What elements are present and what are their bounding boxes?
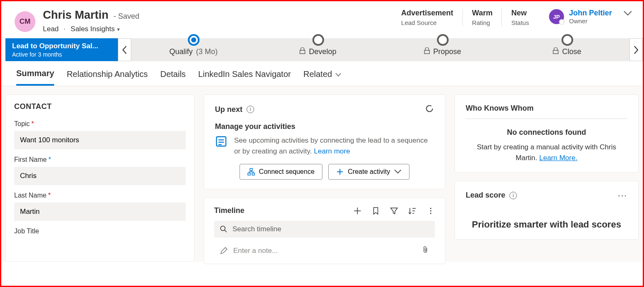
chevron-left-icon [122, 46, 127, 54]
tab-summary[interactable]: Summary [16, 69, 54, 86]
timeline-search[interactable]: Search timeline [214, 221, 435, 238]
header-field-leadsource[interactable]: Advertisement Lead Source [392, 9, 462, 26]
bpf-stage-close[interactable]: Close [505, 43, 629, 56]
svg-point-10 [221, 226, 225, 231]
chevron-down-icon: ▾ [117, 26, 120, 32]
timeline-filter-button[interactable] [390, 207, 398, 215]
header-field-value: Warm [472, 9, 492, 17]
required-indicator: * [31, 120, 34, 128]
form-body: CONTACT Topic* First Name* Last Name* Jo… [1, 86, 643, 262]
tab-label: LinkedIn Sales Navigator [198, 69, 291, 79]
contact-section: CONTACT Topic* First Name* Last Name* Jo… [5, 94, 195, 262]
plus-icon [336, 168, 344, 176]
timeline-card: Timeline Search timeline Enter a note... [204, 198, 445, 264]
lock-icon [424, 47, 430, 56]
topic-input[interactable] [14, 131, 186, 149]
owner-avatar: JP [549, 9, 564, 24]
tab-details[interactable]: Details [160, 69, 186, 86]
bpf-stage-develop[interactable]: Develop [256, 43, 380, 56]
separator-dot: · [64, 25, 66, 33]
owner-name: John Peltier [569, 9, 612, 17]
middle-column: Up next i Manage your activities See upc… [204, 94, 445, 262]
connect-sequence-button[interactable]: Connect sequence [240, 164, 322, 180]
bpf-process-name: Lead to Opportunity Sal... [12, 42, 111, 50]
paperclip-icon [422, 246, 429, 253]
bpf-prev-button[interactable] [118, 38, 131, 61]
stage-name: Develop [309, 47, 336, 56]
svg-rect-6 [252, 173, 255, 175]
stage-name: Close [562, 47, 581, 56]
sequence-icon [247, 168, 255, 176]
header-field-owner[interactable]: JP John Peltier Owner [538, 9, 612, 25]
filter-icon [390, 207, 398, 215]
header-field-status[interactable]: New Status [502, 9, 538, 26]
who-knows-whom-card: Who Knows Whom No connections found Star… [454, 94, 639, 173]
title-block: Chris Martin - Saved Lead · Sales Insigh… [43, 9, 140, 33]
header-field-label: Rating [472, 19, 492, 26]
info-icon[interactable]: i [509, 192, 517, 199]
bpf-process[interactable]: Lead to Opportunity Sal... Active for 3 … [5, 38, 118, 61]
stage-indicator-icon [312, 34, 324, 46]
record-header: CM Chris Martin - Saved Lead · Sales Ins… [1, 1, 643, 33]
tab-linkedin[interactable]: LinkedIn Sales Navigator [198, 69, 291, 86]
upnext-card: Up next i Manage your activities See upc… [204, 94, 445, 189]
chevron-down-icon [624, 10, 632, 16]
lastname-input[interactable] [14, 203, 186, 221]
leadscore-message: Prioritize smarter with lead scores [466, 219, 627, 230]
bpf-stage-qualify[interactable]: Qualify (3 Mo) [131, 43, 256, 56]
search-placeholder: Search timeline [232, 225, 281, 233]
field-firstname: First Name* [14, 156, 186, 185]
timeline-more-button[interactable] [427, 207, 435, 215]
field-label: Last Name [14, 192, 46, 199]
bpf-stage-propose[interactable]: Propose [380, 43, 505, 56]
upnext-title: Up next [215, 105, 242, 114]
lead-score-card: Lead score i ··· Prioritize smarter with… [454, 181, 639, 240]
upnext-subtitle: Manage your activities [215, 122, 434, 131]
expand-header-button[interactable] [624, 10, 632, 18]
form-name: Sales Insights [71, 25, 115, 33]
field-label: First Name [14, 156, 47, 163]
tab-label: Details [160, 69, 186, 79]
tab-relationship-analytics[interactable]: Relationship Analytics [67, 69, 148, 86]
header-field-value: Advertisement [401, 9, 453, 17]
button-label: Create activity [348, 168, 390, 176]
header-field-label: Lead Source [401, 19, 453, 26]
timeline-bookmark-button[interactable] [372, 207, 380, 215]
owner-label: Owner [569, 17, 612, 25]
field-topic: Topic* [14, 120, 186, 149]
timeline-note-input[interactable]: Enter a note... [214, 242, 435, 260]
svg-line-11 [225, 230, 227, 232]
create-activity-button[interactable]: Create activity [328, 164, 409, 180]
form-selector[interactable]: Sales Insights ▾ [71, 25, 120, 33]
header-field-rating[interactable]: Warm Rating [462, 9, 502, 26]
saved-indicator: - Saved [114, 12, 140, 21]
info-icon[interactable]: i [247, 106, 254, 113]
svg-point-7 [430, 208, 432, 209]
leadscore-more-button[interactable]: ··· [618, 191, 627, 200]
stage-name: Qualify [169, 47, 192, 56]
tab-related[interactable]: Related [303, 69, 341, 86]
stage-indicator-icon [188, 34, 200, 46]
chevron-down-icon [394, 168, 402, 176]
bpf-next-button[interactable] [629, 38, 643, 61]
svg-point-9 [430, 213, 432, 214]
more-vertical-icon [427, 207, 435, 215]
timeline-add-button[interactable] [353, 207, 362, 215]
header-field-label: Status [511, 19, 529, 26]
svg-rect-4 [250, 168, 252, 171]
firstname-input[interactable] [14, 167, 186, 185]
button-label: Connect sequence [259, 168, 315, 176]
bpf-stages: Qualify (3 Mo) Develop Propose Close [131, 38, 629, 61]
learn-more-link[interactable]: Learn More. [539, 154, 578, 162]
field-jobtitle: Job Title [14, 228, 186, 235]
attach-button[interactable] [422, 246, 429, 255]
bpf-process-duration: Active for 3 months [12, 51, 111, 58]
lock-icon [553, 47, 559, 56]
learn-more-link[interactable]: Learn more [314, 147, 350, 155]
wkw-title: Who Knows Whom [466, 104, 627, 119]
search-icon [220, 225, 227, 233]
chevron-right-icon [634, 46, 639, 54]
refresh-button[interactable] [425, 104, 434, 115]
stage-name: Propose [433, 47, 461, 56]
timeline-sort-button[interactable] [408, 207, 417, 215]
